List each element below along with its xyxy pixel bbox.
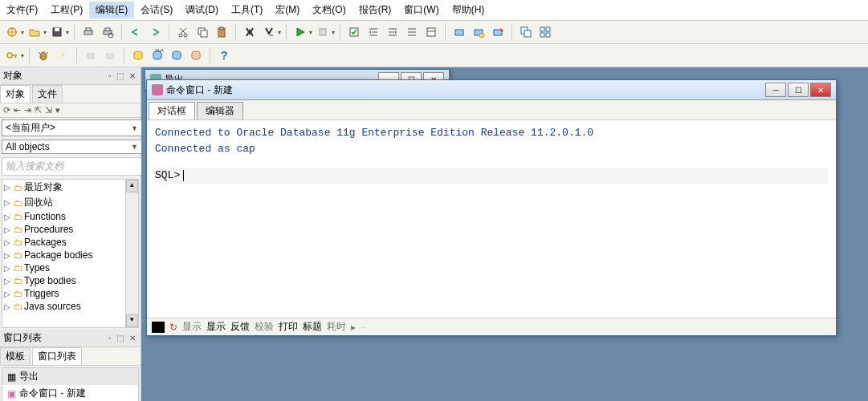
menu-8[interactable]: 报告(R)	[352, 2, 398, 18]
tree-item[interactable]: ▷🗀回收站	[2, 195, 138, 210]
tree-item[interactable]: ▷🗀Java sources	[2, 300, 138, 313]
dbg-step1-icon[interactable]	[82, 47, 100, 64]
dropdown-icon[interactable]: ▾	[332, 29, 335, 36]
new-icon[interactable]	[3, 23, 21, 41]
redo-icon[interactable]	[146, 23, 164, 41]
refresh-icon[interactable]: ⟳	[3, 105, 10, 115]
indent-left-icon[interactable]	[365, 23, 382, 41]
menu-10[interactable]: 帮助(H)	[446, 2, 491, 18]
maximize-button[interactable]: ☐	[788, 83, 809, 97]
tool3-icon[interactable]	[489, 23, 507, 41]
help-icon[interactable]: ?	[215, 47, 233, 64]
tab-templates[interactable]: 模板	[0, 347, 31, 365]
tree-item[interactable]: ▷🗀Packages	[2, 236, 138, 249]
status-item[interactable]: 反馈	[230, 320, 250, 334]
cmd-output[interactable]: Connected to Oracle Database 11g Enterpr…	[147, 120, 836, 318]
status-item[interactable]: 标题	[303, 320, 322, 334]
key-icon[interactable]	[3, 47, 21, 64]
nav-fwd-icon[interactable]: ⇥	[24, 105, 31, 115]
dropdown-icon[interactable]: ▾	[21, 52, 24, 59]
tab-files[interactable]: 文件	[32, 85, 63, 103]
dropdown-icon[interactable]: ▾	[66, 29, 69, 36]
menu-9[interactable]: 窗口(W)	[397, 2, 445, 18]
window-cascade-icon[interactable]	[517, 23, 535, 41]
refresh-icon[interactable]: ↻	[169, 322, 177, 333]
expand-icon[interactable]: ▷	[4, 264, 12, 273]
paste-icon[interactable]	[213, 23, 230, 41]
menu-0[interactable]: 文件(F)	[0, 2, 44, 18]
expand-icon[interactable]: ▷	[4, 290, 12, 298]
expand-icon[interactable]: ▷	[4, 183, 12, 192]
status-arrow-icon[interactable]: ▸	[351, 322, 356, 333]
open-icon[interactable]	[26, 23, 43, 41]
minimize-button[interactable]: ─	[765, 83, 786, 97]
debug-icon[interactable]	[35, 47, 52, 64]
winlist-item-export[interactable]: ▦ 导出	[2, 368, 138, 385]
status-item[interactable]: 打印	[279, 320, 298, 334]
tab-winlist[interactable]: 窗口列表	[32, 347, 82, 365]
dropdown-icon[interactable]: ▾	[21, 29, 24, 36]
menu-2[interactable]: 编辑(E)	[89, 2, 134, 18]
tree-item[interactable]: ▷🗀最近对象	[2, 180, 138, 195]
tree-scrollbar[interactable]: ▴ ▾	[125, 180, 138, 327]
close-button[interactable]: ✕	[810, 83, 831, 97]
cylinder3-icon[interactable]	[168, 47, 185, 64]
panel-pin-icons[interactable]: ▫ ⬚ ✕	[108, 334, 137, 342]
menu-6[interactable]: 宏(M)	[269, 2, 306, 18]
copy-icon[interactable]	[194, 23, 211, 41]
tree-item[interactable]: ▷🗀Package bodies	[2, 249, 138, 261]
menu-4[interactable]: 调试(D)	[179, 2, 225, 18]
status-item[interactable]: 校验	[255, 320, 274, 334]
dropdown-icon[interactable]: ▾	[278, 29, 281, 36]
object-tree[interactable]: ▷🗀最近对象▷🗀回收站▷🗀Functions▷🗀Procedures▷🗀Pack…	[2, 179, 139, 328]
tool1-icon[interactable]	[450, 23, 468, 41]
tab-editor[interactable]: 编辑器	[197, 102, 243, 119]
cylinder2-icon[interactable]: SQL	[149, 47, 166, 64]
comment-icon[interactable]	[403, 23, 421, 41]
tree-item[interactable]: ▷🗀Types	[2, 261, 138, 274]
tab-dialog[interactable]: 对话框	[149, 102, 195, 119]
expand-icon[interactable]: ▷	[4, 277, 12, 286]
filter-icon[interactable]: ▾	[55, 105, 60, 115]
uncomment-icon[interactable]	[422, 23, 440, 41]
expand-icon[interactable]: ▷	[4, 238, 12, 247]
panel-pin-icons[interactable]: ▫ ⬚ ✕	[108, 71, 137, 80]
user-combo[interactable]: <当前用户> ▼	[2, 119, 142, 136]
expand-icon[interactable]: ▷	[4, 198, 12, 207]
dbg-step2-icon[interactable]	[101, 47, 119, 64]
cmd-prompt-line[interactable]: SQL>	[155, 168, 828, 184]
commit-icon[interactable]	[345, 23, 363, 41]
status-item[interactable]: 耗时	[327, 320, 346, 334]
tree-item[interactable]: ▷🗀Type bodies	[2, 274, 138, 287]
tree-item[interactable]: ▷🗀Triggers	[2, 287, 138, 300]
print-icon[interactable]	[79, 23, 97, 41]
expand-icon[interactable]: ▷	[4, 213, 12, 221]
find-icon[interactable]	[241, 23, 259, 41]
cmd-titlebar[interactable]: 命令窗口 - 新建 ─ ☐ ✕	[147, 80, 836, 100]
tree-item[interactable]: ▷🗀Procedures	[2, 223, 138, 236]
tool2-icon[interactable]	[470, 23, 487, 41]
find-next-icon[interactable]	[260, 23, 278, 41]
stop-icon[interactable]	[314, 23, 332, 41]
indent-right-icon[interactable]	[384, 23, 401, 41]
tree-item[interactable]: ▷🗀Functions	[2, 210, 138, 223]
undo-icon[interactable]	[127, 23, 145, 41]
scroll-up-icon[interactable]: ▴	[126, 180, 138, 192]
execute-icon[interactable]	[291, 23, 309, 41]
dropdown-icon[interactable]: ▾	[309, 29, 312, 36]
cylinder1-icon[interactable]	[129, 47, 147, 64]
save-icon[interactable]	[48, 23, 66, 41]
scroll-down-icon[interactable]: ▾	[126, 314, 138, 327]
winlist-item-cmd[interactable]: ▣ 命令窗口 - 新建	[2, 385, 138, 401]
expand-icon[interactable]: ⇲	[45, 105, 52, 115]
menu-3[interactable]: 会话(S)	[134, 2, 179, 18]
expand-icon[interactable]: ▷	[4, 302, 12, 311]
cylinder4-icon[interactable]	[187, 47, 205, 64]
print-preview-icon[interactable]	[99, 23, 116, 41]
status-item[interactable]: 显示	[206, 320, 226, 334]
status-item[interactable]: 显示	[182, 320, 202, 334]
command-window[interactable]: 命令窗口 - 新建 ─ ☐ ✕ 对话框 编辑器 Connected to Ora…	[146, 79, 837, 336]
menu-1[interactable]: 工程(P)	[44, 2, 89, 18]
tab-objects[interactable]: 对象	[0, 85, 31, 103]
dropdown-icon[interactable]: ▾	[43, 29, 47, 36]
